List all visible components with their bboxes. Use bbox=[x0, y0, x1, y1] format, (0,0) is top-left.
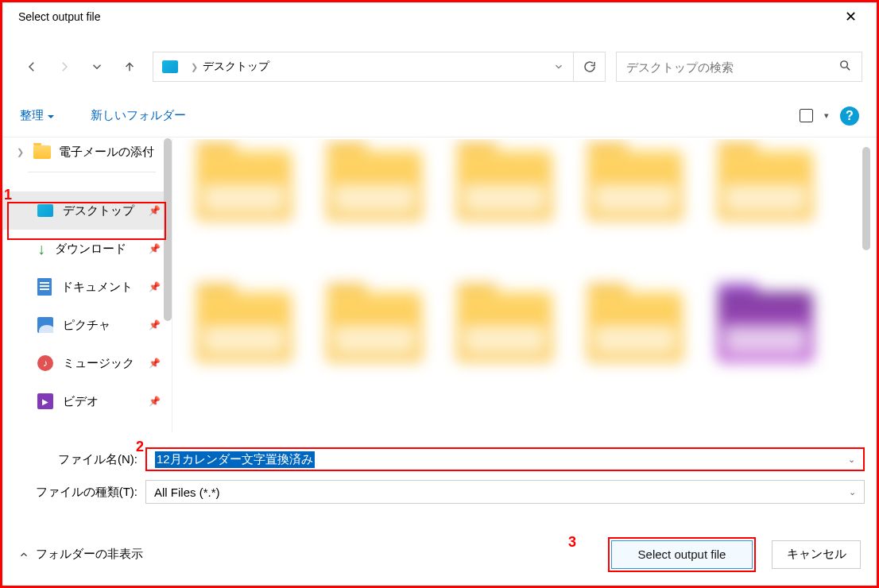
sidebar-item-music[interactable]: ♪ ミュージック 📌 bbox=[2, 344, 172, 382]
annotation-1: 1 bbox=[4, 187, 12, 203]
pin-icon[interactable]: 📌 bbox=[149, 205, 161, 216]
sidebar-item-documents[interactable]: ドキュメント 📌 bbox=[2, 268, 172, 306]
search-input[interactable] bbox=[616, 52, 862, 82]
help-icon[interactable]: ? bbox=[840, 106, 859, 126]
view-mode-icon[interactable] bbox=[800, 109, 813, 122]
video-icon: ▶ bbox=[37, 393, 53, 409]
sidebar: ❯ 電子メールの添付 1 デスクトップ 📌 ↓ ダウンロード 📌 ドキュメント … bbox=[2, 138, 172, 432]
address-bar[interactable]: ❯ デスクトップ bbox=[153, 52, 606, 82]
sidebar-item-label: ダウンロード bbox=[55, 242, 126, 257]
hide-folders-label: フォルダーの非表示 bbox=[36, 547, 143, 562]
view-dropdown-icon[interactable]: ▾ bbox=[824, 110, 829, 121]
annotation-2: 2 bbox=[136, 439, 144, 455]
close-icon[interactable]: ✕ bbox=[837, 4, 865, 29]
search-icon[interactable] bbox=[838, 59, 852, 75]
main-scrollbar[interactable] bbox=[862, 147, 870, 250]
sidebar-item-label: デスクトップ bbox=[63, 203, 134, 219]
music-icon: ♪ bbox=[37, 355, 53, 371]
cancel-button[interactable]: キャンセル bbox=[772, 540, 861, 569]
download-icon: ↓ bbox=[37, 240, 45, 258]
recent-dropdown-icon[interactable] bbox=[82, 52, 112, 81]
chevron-right-icon[interactable]: ❯ bbox=[191, 62, 198, 72]
back-button[interactable] bbox=[17, 52, 47, 81]
pin-icon[interactable]: 📌 bbox=[149, 396, 161, 407]
filetype-label: ファイルの種類(T): bbox=[2, 485, 145, 500]
tree-item-label: 電子メールの添付 bbox=[59, 145, 154, 160]
sidebar-scrollbar[interactable] bbox=[164, 138, 172, 321]
pin-icon[interactable]: 📌 bbox=[149, 281, 161, 292]
sidebar-item-downloads[interactable]: ↓ ダウンロード 📌 bbox=[2, 230, 172, 268]
pin-icon[interactable]: 📌 bbox=[149, 358, 161, 369]
pin-icon[interactable]: 📌 bbox=[149, 243, 161, 254]
breadcrumb-segment[interactable]: デスクトップ bbox=[203, 60, 269, 74]
sidebar-item-label: ビデオ bbox=[63, 394, 99, 409]
filetype-select[interactable]: All Files (*.*) ⌄ bbox=[145, 480, 865, 504]
svg-point-0 bbox=[841, 61, 848, 68]
organize-dropdown[interactable]: 整理 bbox=[20, 108, 54, 123]
filename-label: ファイル名(N): bbox=[2, 452, 145, 467]
refresh-button[interactable] bbox=[573, 52, 605, 81]
address-dropdown-icon[interactable] bbox=[544, 52, 573, 81]
tree-item-attachments[interactable]: ❯ 電子メールの添付 bbox=[2, 138, 172, 165]
folder-icon bbox=[33, 145, 51, 159]
filename-value[interactable]: 12月カレンダー文字置換済み bbox=[155, 451, 315, 468]
sidebar-item-videos[interactable]: ▶ ビデオ 📌 bbox=[2, 382, 172, 420]
chevron-up-icon bbox=[18, 549, 29, 560]
chevron-right-icon[interactable]: ❯ bbox=[17, 147, 24, 157]
sidebar-item-desktop[interactable]: デスクトップ 📌 bbox=[2, 191, 172, 230]
sidebar-item-pictures[interactable]: ピクチャ 📌 bbox=[2, 306, 172, 344]
pin-icon[interactable]: 📌 bbox=[149, 319, 161, 331]
filetype-value: All Files (*.*) bbox=[154, 485, 220, 499]
new-folder-button[interactable]: 新しいフォルダー bbox=[91, 108, 186, 123]
desktop-icon bbox=[162, 60, 178, 73]
folder-view[interactable] bbox=[172, 139, 873, 432]
dropdown-icon[interactable]: ⌄ bbox=[848, 455, 855, 465]
sidebar-item-label: ピクチャ bbox=[63, 318, 110, 333]
filename-input[interactable]: 12月カレンダー文字置換済み ⌄ bbox=[145, 447, 865, 471]
search-field[interactable] bbox=[626, 60, 838, 74]
annotation-3: 3 bbox=[568, 534, 576, 551]
hide-folders-toggle[interactable]: フォルダーの非表示 bbox=[18, 547, 143, 562]
sidebar-item-label: ドキュメント bbox=[61, 280, 133, 295]
select-output-file-button[interactable]: Select output file bbox=[611, 540, 753, 569]
window-title: Select output file bbox=[18, 10, 101, 23]
dropdown-icon[interactable]: ⌄ bbox=[849, 487, 856, 497]
forward-button[interactable] bbox=[49, 52, 79, 81]
sidebar-item-label: ミュージック bbox=[63, 356, 134, 371]
up-button[interactable] bbox=[114, 52, 145, 81]
desktop-icon bbox=[37, 204, 53, 217]
pictures-icon bbox=[37, 317, 53, 333]
document-icon bbox=[37, 278, 52, 296]
